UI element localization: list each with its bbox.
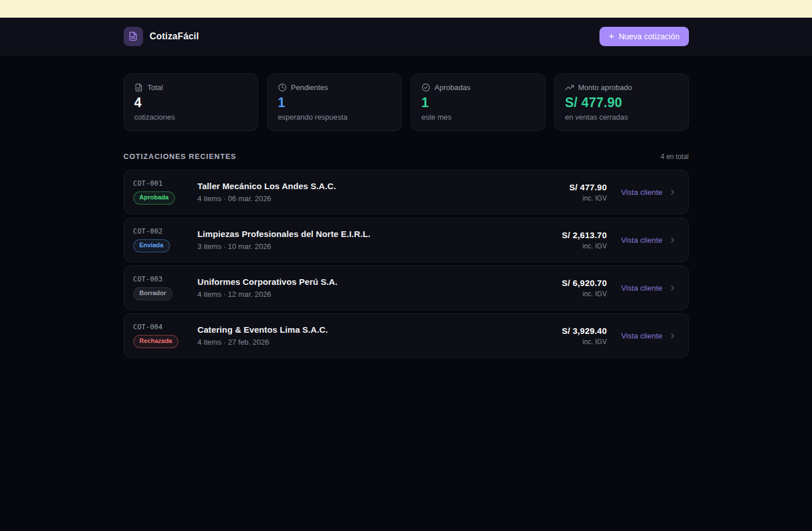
chevron-right-icon (668, 284, 677, 292)
client-view-link-label: Vista cliente (621, 188, 663, 197)
status-badge: Rechazada (133, 335, 178, 348)
chevron-right-icon (668, 236, 677, 244)
quote-meta: 4 items · 27 feb. 2026 (198, 338, 562, 346)
document-icon (134, 83, 143, 92)
app-logo (124, 27, 143, 46)
new-quote-button[interactable]: + Nueva cotización (599, 27, 689, 46)
quote-tax-note: inc. IGV (562, 290, 607, 298)
quote-row[interactable]: COT-002 Enviada Limpiezas Profesionales … (124, 218, 689, 262)
quote-company: Uniformes Corporativos Perú S.A. (198, 277, 562, 287)
brand: CotizaFácil (124, 27, 199, 46)
client-view-link[interactable]: Vista cliente (621, 332, 677, 340)
quote-tax-note: inc. IGV (562, 338, 607, 346)
stat-value: 1 (278, 95, 391, 111)
quote-code: COT-003 (133, 275, 189, 283)
client-view-link-label: Vista cliente (621, 332, 663, 340)
quote-amount: S/ 477.90 (569, 182, 607, 192)
chevron-right-icon (668, 332, 677, 340)
section-title: COTIZACIONES RECIENTES (124, 152, 236, 161)
status-badge: Enviada (133, 239, 170, 252)
stat-sublabel: este mes (422, 113, 534, 121)
section-count: 4 en total (660, 153, 688, 161)
quote-code: COT-004 (133, 323, 189, 331)
stat-value: S/ 477.90 (565, 95, 678, 111)
quote-company: Taller Mecánico Los Andes S.A.C. (198, 181, 569, 191)
clock-icon (278, 83, 287, 92)
quote-code: COT-002 (133, 227, 189, 235)
stat-card-pendientes: Pendientes 1 esperando respuesta (267, 73, 402, 131)
stat-card-total: Total 4 cotizaciones (124, 73, 258, 131)
quote-amount: S/ 6,920.70 (562, 278, 607, 288)
check-circle-icon (422, 83, 430, 92)
client-view-link[interactable]: Vista cliente (621, 284, 677, 292)
stat-sublabel: en ventas cerradas (565, 113, 678, 121)
quote-meta: 3 items · 10 mar. 2026 (198, 242, 562, 251)
stat-label: Pendientes (291, 83, 328, 92)
quote-tax-note: inc. IGV (562, 242, 607, 250)
client-view-link-label: Vista cliente (621, 236, 663, 244)
quote-amount: S/ 3,929.40 (562, 326, 607, 336)
quote-amount: S/ 2,613.70 (562, 230, 607, 240)
stat-label: Monto aprobado (578, 83, 633, 92)
status-badge: Aprobada (133, 191, 175, 204)
stat-value: 4 (134, 95, 247, 111)
stat-card-monto-aprobado: Monto aprobado S/ 477.90 en ventas cerra… (554, 73, 689, 131)
stat-sublabel: esperando respuesta (278, 113, 391, 121)
client-view-link-label: Vista cliente (621, 284, 663, 292)
app-header: CotizaFácil + Nueva cotización (0, 18, 812, 55)
stat-sublabel: cotizaciones (134, 113, 247, 121)
document-icon (128, 31, 138, 41)
status-badge: Borrador (133, 287, 173, 300)
client-view-link[interactable]: Vista cliente (621, 236, 677, 244)
quote-code: COT-001 (133, 179, 189, 187)
client-view-link[interactable]: Vista cliente (621, 188, 677, 197)
trending-up-icon (565, 83, 574, 92)
quote-row[interactable]: COT-003 Borrador Uniformes Corporativos … (124, 266, 689, 310)
quote-meta: 4 items · 06 mar. 2026 (198, 194, 569, 203)
plus-icon: + (609, 31, 614, 41)
quote-row[interactable]: COT-001 Aprobada Taller Mecánico Los And… (124, 170, 689, 214)
quote-company: Catering & Eventos Lima S.A.C. (198, 325, 562, 334)
stat-label: Aprobadas (435, 83, 471, 92)
top-banner (0, 0, 812, 18)
quote-company: Limpiezas Profesionales del Norte E.I.R.… (198, 229, 562, 239)
new-quote-button-label: Nueva cotización (619, 32, 680, 41)
stats-grid: Total 4 cotizaciones Pendientes 1 espera… (124, 73, 689, 131)
stat-label: Total (148, 83, 163, 92)
quote-meta: 4 items · 12 mar. 2026 (198, 290, 562, 299)
chevron-right-icon (668, 188, 677, 197)
stat-card-aprobadas: Aprobadas 1 este mes (411, 73, 545, 131)
quote-tax-note: inc. IGV (569, 194, 607, 202)
quote-row[interactable]: COT-004 Rechazada Catering & Eventos Lim… (124, 313, 689, 358)
stat-value: 1 (422, 95, 534, 111)
quote-list: COT-001 Aprobada Taller Mecánico Los And… (124, 170, 689, 358)
app-title: CotizaFácil (150, 31, 199, 42)
